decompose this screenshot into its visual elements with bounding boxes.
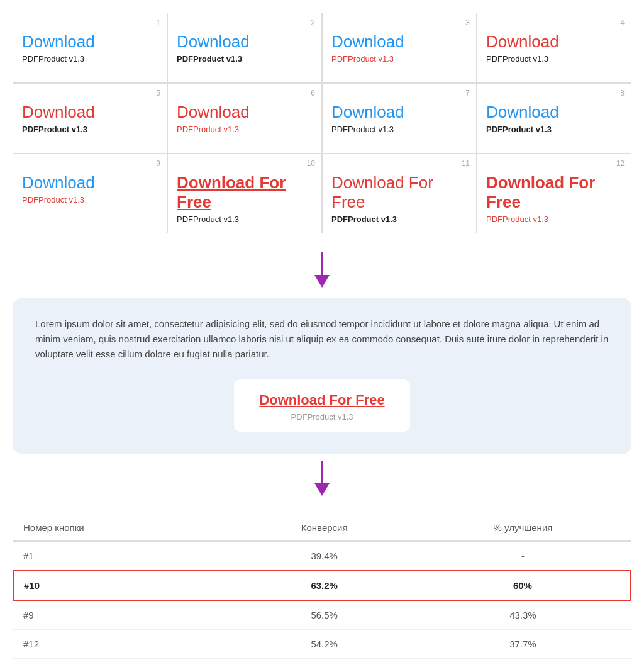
grid-cell-10[interactable]: 10Download For FreePDFProduct v1.3 [168, 154, 321, 233]
table-row: #956.5%43.3% [13, 600, 631, 630]
grid-cell-5[interactable]: 5DownloadPDFProduct v1.3 [13, 84, 167, 153]
grid-cell-9[interactable]: 9DownloadPDFProduct v1.3 [13, 154, 167, 233]
cell-number-1: 1 [156, 18, 160, 27]
table-cell-2-0: #9 [13, 600, 233, 630]
svg-marker-1 [314, 275, 330, 288]
cell-number-9: 9 [156, 159, 160, 168]
cell-title-7[interactable]: Download [331, 103, 466, 122]
cell-subtitle-6: PDFProduct v1.3 [177, 125, 311, 134]
cell-title-4[interactable]: Download [486, 32, 621, 52]
table-row: #139.4%- [13, 541, 631, 571]
cell-subtitle-11: PDFProduct v1.3 [331, 215, 466, 224]
cell-title-1[interactable]: Download [22, 32, 157, 52]
table-header-2: % улучшения [415, 515, 631, 541]
grid-cell-1[interactable]: 1DownloadPDFProduct v1.3 [13, 13, 167, 82]
cell-subtitle-10: PDFProduct v1.3 [177, 215, 311, 224]
table-cell-3-1: 54.2% [233, 630, 414, 659]
table-cell-0-2: - [415, 541, 631, 571]
table-section: Номер кнопкиКонверсия% улучшения#139.4%-… [13, 515, 631, 659]
cell-subtitle-4: PDFProduct v1.3 [486, 54, 621, 64]
cell-title-8[interactable]: Download [486, 103, 621, 122]
grid-cell-6[interactable]: 6DownloadPDFProduct v1.3 [168, 84, 321, 153]
table-cell-0-1: 39.4% [233, 541, 414, 571]
cell-number-6: 6 [311, 89, 315, 98]
cell-number-3: 3 [465, 18, 470, 27]
cell-subtitle-3: PDFProduct v1.3 [331, 54, 466, 64]
arrow-1 [13, 252, 631, 288]
cell-title-2[interactable]: Download [177, 32, 311, 52]
table-cell-3-2: 37.7% [415, 630, 631, 659]
cta-box: Download For Free PDFProduct v1.3 [234, 379, 409, 432]
cell-number-5: 5 [156, 89, 160, 98]
cta-subtitle: PDFProduct v1.3 [259, 412, 384, 422]
cell-title-12[interactable]: Download For Free [486, 173, 621, 212]
table-cell-1-0: #10 [13, 571, 233, 600]
cell-subtitle-8: PDFProduct v1.3 [486, 125, 621, 134]
cell-subtitle-7: PDFProduct v1.3 [331, 125, 466, 134]
info-text: Lorem ipsum dolor sit amet, consectetur … [35, 316, 609, 362]
cta-title[interactable]: Download For Free [259, 392, 384, 408]
cell-number-10: 10 [307, 159, 315, 168]
grid-container: 1DownloadPDFProduct v1.32DownloadPDFProd… [13, 13, 631, 233]
cell-number-12: 12 [616, 159, 625, 168]
cell-number-2: 2 [311, 18, 315, 27]
cell-title-11[interactable]: Download For Free [331, 173, 466, 212]
table-cell-1-2: 60% [415, 571, 631, 600]
cell-title-9[interactable]: Download [22, 173, 157, 193]
cell-title-6[interactable]: Download [177, 103, 311, 122]
grid-cell-3[interactable]: 3DownloadPDFProduct v1.3 [323, 13, 476, 82]
grid-cell-12[interactable]: 12Download For FreePDFProduct v1.3 [477, 154, 631, 233]
grid-cell-4[interactable]: 4DownloadPDFProduct v1.3 [477, 13, 631, 82]
cell-title-10[interactable]: Download For Free [177, 173, 311, 212]
cell-number-7: 7 [465, 89, 470, 98]
svg-marker-3 [314, 483, 330, 496]
cell-number-4: 4 [620, 18, 625, 27]
table-header-1: Конверсия [233, 515, 414, 541]
table-cell-1-1: 63.2% [233, 571, 414, 600]
grid-cell-7[interactable]: 7DownloadPDFProduct v1.3 [323, 84, 476, 153]
cell-subtitle-5: PDFProduct v1.3 [22, 125, 157, 134]
cell-number-11: 11 [462, 159, 470, 168]
table-header-0: Номер кнопки [13, 515, 233, 541]
table-cell-2-1: 56.5% [233, 600, 414, 630]
grid-cell-8[interactable]: 8DownloadPDFProduct v1.3 [477, 84, 631, 153]
cell-title-5[interactable]: Download [22, 103, 157, 122]
cell-subtitle-2: PDFProduct v1.3 [177, 54, 311, 64]
table-row: #1063.2%60% [13, 571, 631, 600]
results-table: Номер кнопкиКонверсия% улучшения#139.4%-… [13, 515, 631, 659]
cell-subtitle-12: PDFProduct v1.3 [486, 215, 621, 224]
cell-subtitle-9: PDFProduct v1.3 [22, 195, 157, 204]
cell-subtitle-1: PDFProduct v1.3 [22, 54, 157, 64]
table-cell-0-0: #1 [13, 541, 233, 571]
grid-cell-11[interactable]: 11Download For FreePDFProduct v1.3 [323, 154, 476, 233]
cell-title-3[interactable]: Download [331, 32, 466, 52]
table-cell-2-2: 43.3% [415, 600, 631, 630]
table-cell-3-0: #12 [13, 630, 233, 659]
arrow-2 [13, 461, 631, 496]
table-row: #1254.2%37.7% [13, 630, 631, 659]
info-box: Lorem ipsum dolor sit amet, consectetur … [13, 298, 631, 454]
grid-cell-2[interactable]: 2DownloadPDFProduct v1.3 [168, 13, 321, 82]
cell-number-8: 8 [620, 89, 625, 98]
